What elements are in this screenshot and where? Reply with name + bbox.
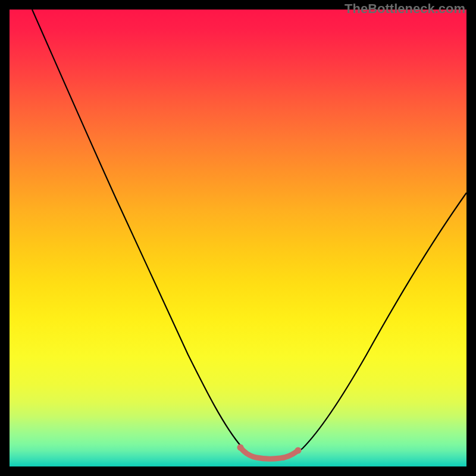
- segment-dot: [281, 456, 286, 461]
- segment-dot: [295, 447, 302, 454]
- plot-area: [10, 10, 466, 466]
- segment-dot: [266, 456, 271, 461]
- main-curve: [32, 10, 466, 459]
- segment-dot: [251, 455, 256, 459]
- chart-svg: [10, 10, 466, 466]
- segment-dot: [237, 444, 244, 451]
- watermark-text: TheBottleneck.com: [345, 1, 465, 17]
